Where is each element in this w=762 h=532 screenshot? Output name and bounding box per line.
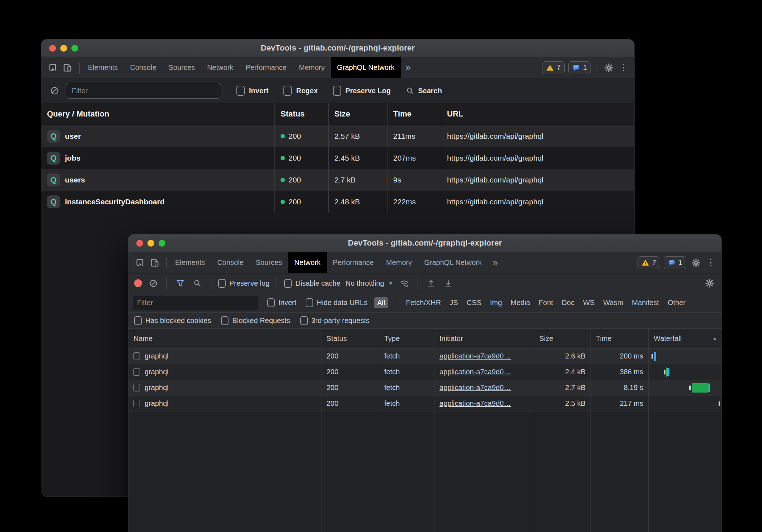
filter-chip-fetch-xhr[interactable]: Fetch/XHR: [406, 299, 441, 307]
blocked-requests-checkbox[interactable]: [221, 316, 229, 325]
device-toolbar-icon[interactable]: [149, 257, 161, 269]
table-row[interactable]: Quser 200 2.57 kB 211ms https://gitlab.c…: [41, 125, 634, 147]
column-header-status[interactable]: Status: [321, 329, 379, 348]
tab-graphql-network[interactable]: GraphQL Network: [331, 57, 400, 78]
column-header-waterfall[interactable]: Waterfall ▲: [649, 329, 721, 348]
has-blocked-cookies-checkbox[interactable]: [134, 316, 142, 325]
column-header-time[interactable]: Time: [387, 103, 441, 125]
network-conditions-icon[interactable]: [398, 277, 410, 289]
filter-input[interactable]: [133, 296, 258, 310]
warnings-badge[interactable]: 7: [638, 256, 660, 269]
filter-input[interactable]: [66, 83, 221, 99]
import-har-icon[interactable]: [425, 277, 437, 289]
filter-chip-wasm[interactable]: Wasm: [603, 299, 623, 307]
hide-data-urls-checkbox[interactable]: [306, 298, 313, 307]
filter-chip-ws[interactable]: WS: [583, 299, 594, 307]
table-row[interactable]: QinstanceSecurityDashboard 200 2.48 kB 2…: [41, 191, 634, 213]
export-har-icon[interactable]: [442, 277, 455, 289]
inspect-element-icon[interactable]: [47, 62, 59, 74]
filter-chip-img[interactable]: Img: [490, 299, 502, 307]
filter-chip-manifest[interactable]: Manifest: [632, 299, 659, 307]
column-header-status[interactable]: Status: [275, 103, 329, 125]
regex-option[interactable]: Regex: [283, 86, 318, 96]
tab-memory[interactable]: Memory: [380, 252, 418, 273]
messages-badge[interactable]: 1: [664, 256, 686, 269]
hide-data-urls-option[interactable]: Hide data URLs: [306, 298, 367, 307]
tab-sources[interactable]: Sources: [250, 252, 288, 273]
third-party-requests-option[interactable]: 3rd-party requests: [300, 316, 370, 325]
preserve-log-option[interactable]: Preserve log: [218, 279, 269, 288]
table-row[interactable]: graphql 200 fetch application-a7ca9d0… 2…: [128, 364, 721, 380]
settings-gear-icon[interactable]: [603, 62, 615, 74]
column-header-name[interactable]: Name: [128, 329, 321, 348]
column-header-size[interactable]: Size: [534, 329, 591, 348]
more-tabs-icon[interactable]: »: [488, 252, 503, 273]
throttling-dropdown[interactable]: No throttling ▼: [345, 279, 393, 288]
initiator-link[interactable]: application-a7ca9d0…: [439, 399, 511, 408]
tab-memory[interactable]: Memory: [293, 57, 331, 78]
tab-performance[interactable]: Performance: [240, 57, 293, 78]
table-row[interactable]: Qusers 200 2.7 kB 9s https://gitlab.com/…: [41, 169, 634, 191]
tab-console[interactable]: Console: [124, 57, 162, 78]
messages-badge[interactable]: 1: [568, 61, 591, 74]
titlebar[interactable]: DevTools - gitlab.com/-/graphql-explorer: [128, 234, 721, 252]
titlebar[interactable]: DevTools - gitlab.com/-/graphql-explorer: [41, 39, 634, 57]
row-checkbox[interactable]: [133, 368, 140, 376]
search-control[interactable]: Search: [406, 86, 442, 95]
more-options-icon[interactable]: [618, 64, 629, 72]
preserve-log-checkbox[interactable]: [333, 86, 341, 96]
table-row[interactable]: graphql 200 fetch application-a7ca9d0… 2…: [128, 348, 721, 364]
regex-checkbox[interactable]: [283, 86, 292, 96]
column-header-time[interactable]: Time: [591, 329, 649, 348]
third-party-requests-checkbox[interactable]: [300, 316, 308, 325]
filter-chip-doc[interactable]: Doc: [562, 299, 575, 307]
column-header-size[interactable]: Size: [329, 103, 387, 125]
initiator-link[interactable]: application-a7ca9d0…: [439, 384, 511, 392]
tab-performance[interactable]: Performance: [327, 252, 380, 273]
filter-chip-all[interactable]: All: [374, 297, 388, 308]
row-checkbox[interactable]: [133, 400, 140, 407]
record-button[interactable]: [134, 279, 142, 287]
tab-graphql-network[interactable]: GraphQL Network: [418, 252, 488, 273]
preserve-log-checkbox[interactable]: [218, 279, 226, 288]
more-tabs-icon[interactable]: »: [401, 57, 416, 78]
tab-elements[interactable]: Elements: [82, 57, 124, 78]
invert-option[interactable]: Invert: [236, 86, 268, 96]
disable-cache-checkbox[interactable]: [284, 279, 292, 288]
filter-chip-css[interactable]: CSS: [467, 299, 481, 307]
invert-checkbox[interactable]: [236, 86, 245, 96]
table-row[interactable]: graphql 200 fetch application-a7ca9d0… 2…: [128, 380, 721, 396]
column-header-query-mutation[interactable]: Query / Mutation: [41, 103, 275, 125]
clear-icon[interactable]: [147, 277, 159, 289]
initiator-link[interactable]: application-a7ca9d0…: [439, 352, 511, 360]
filter-funnel-icon[interactable]: [174, 277, 186, 289]
filter-chip-media[interactable]: Media: [511, 299, 530, 307]
blocked-requests-option[interactable]: Blocked Requests: [221, 316, 290, 325]
device-toolbar-icon[interactable]: [61, 62, 74, 74]
row-checkbox[interactable]: [133, 384, 140, 391]
warnings-badge[interactable]: 7: [542, 61, 565, 74]
tab-network[interactable]: Network: [288, 252, 326, 273]
settings-gear-icon[interactable]: [690, 257, 702, 269]
invert-checkbox[interactable]: [267, 298, 275, 307]
table-row[interactable]: graphql 200 fetch application-a7ca9d0… 2…: [128, 396, 721, 412]
filter-chip-other[interactable]: Other: [668, 299, 686, 307]
column-header-type[interactable]: Type: [379, 329, 434, 348]
filter-chip-js[interactable]: JS: [450, 299, 458, 307]
has-blocked-cookies-option[interactable]: Has blocked cookies: [134, 316, 211, 325]
column-header-url[interactable]: URL: [441, 103, 634, 125]
row-checkbox[interactable]: [133, 352, 140, 360]
clear-icon[interactable]: [48, 85, 61, 97]
tab-elements[interactable]: Elements: [169, 252, 211, 273]
filter-chip-font[interactable]: Font: [539, 299, 553, 307]
more-options-icon[interactable]: [706, 259, 716, 267]
panel-settings-gear-icon[interactable]: [704, 277, 716, 289]
table-row[interactable]: Qjobs 200 2.45 kB 207ms https://gitlab.c…: [41, 147, 634, 169]
tab-console[interactable]: Console: [211, 252, 249, 273]
tab-network[interactable]: Network: [201, 57, 239, 78]
column-header-initiator[interactable]: Initiator: [434, 329, 534, 348]
disable-cache-option[interactable]: Disable cache: [284, 279, 340, 288]
initiator-link[interactable]: application-a7ca9d0…: [439, 368, 511, 376]
tab-sources[interactable]: Sources: [163, 57, 201, 78]
search-icon[interactable]: [191, 277, 203, 289]
